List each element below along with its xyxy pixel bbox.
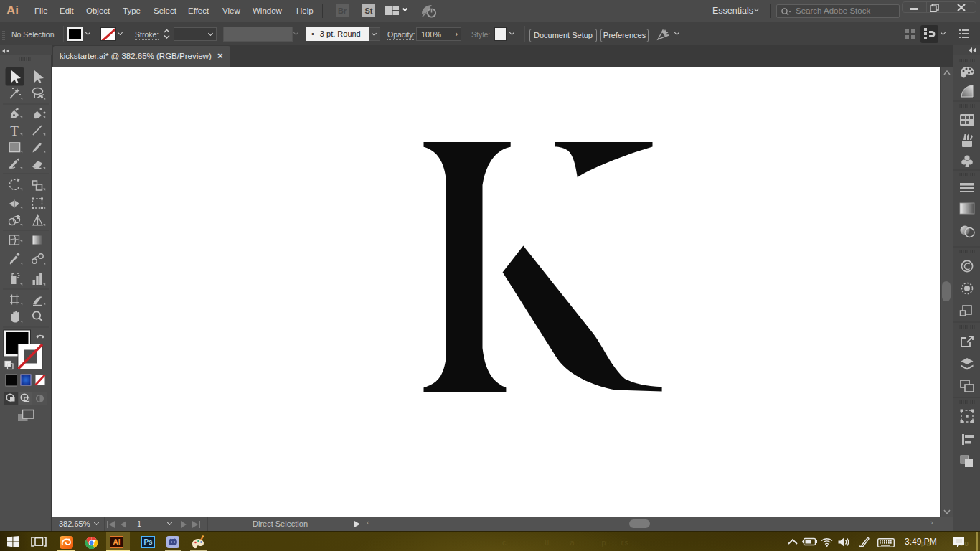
svg-text:T: T xyxy=(10,123,19,138)
